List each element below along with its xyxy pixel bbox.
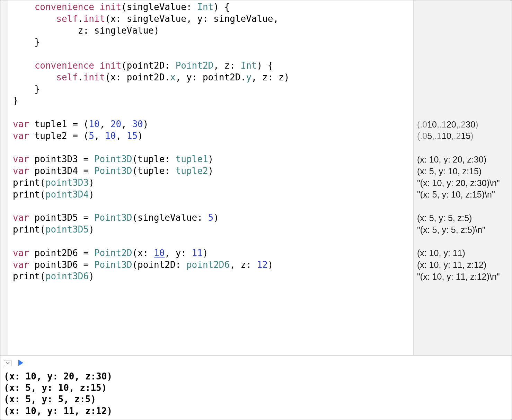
code-line[interactable] bbox=[13, 48, 411, 60]
gutter bbox=[0, 0, 8, 355]
result-line[interactable] bbox=[417, 142, 510, 154]
console-menu-icon[interactable] bbox=[4, 360, 11, 366]
result-line[interactable]: "(x: 10, y: 11, z:12)\n" bbox=[417, 271, 510, 282]
code-line[interactable]: convenience init(point2D: Point2D, z: In… bbox=[13, 60, 411, 72]
code-line[interactable] bbox=[13, 107, 411, 119]
code-line[interactable]: var point3D5 = Point3D(singleValue: 5) bbox=[13, 212, 411, 224]
result-line[interactable] bbox=[417, 236, 510, 247]
svg-marker-0 bbox=[18, 360, 23, 366]
result-line[interactable] bbox=[417, 1, 510, 13]
result-line[interactable]: (.0 10, .1 20, .2 30) bbox=[417, 119, 510, 130]
editor-area: convenience init(singleValue: Int) { sel… bbox=[0, 0, 512, 355]
result-line[interactable] bbox=[417, 201, 510, 212]
code-line[interactable]: self.init(x: point2D.x, y: point2D.y, z:… bbox=[13, 72, 411, 84]
code-line[interactable]: var tuple2 = (5, 10, 15) bbox=[13, 130, 411, 142]
result-line[interactable]: (x: 10, y: 20, z:30) bbox=[417, 154, 510, 165]
result-line[interactable] bbox=[417, 25, 510, 37]
result-line[interactable]: "(x: 10, y: 20, z:30)\n" bbox=[417, 177, 510, 189]
code-line[interactable]: self.init(x: singleValue, y: singleValue… bbox=[13, 13, 411, 25]
code-line[interactable]: var point3D6 = Point3D(point2D: point2D6… bbox=[13, 259, 411, 271]
result-line[interactable] bbox=[417, 48, 510, 60]
code-line[interactable] bbox=[13, 236, 411, 247]
code-line[interactable]: } bbox=[13, 84, 411, 95]
result-line[interactable]: (.0 5, .1 10, .2 15) bbox=[417, 130, 510, 142]
result-line[interactable] bbox=[417, 60, 510, 72]
result-line[interactable] bbox=[417, 36, 510, 48]
result-line[interactable]: (x: 5, y: 10, z:15) bbox=[417, 165, 510, 177]
code-line[interactable]: var point3D4 = Point3D(tuple: tuple2) bbox=[13, 165, 411, 177]
code-line[interactable]: print(point3D6) bbox=[13, 271, 411, 282]
code-line[interactable]: print(point3D4) bbox=[13, 189, 411, 201]
code-line[interactable] bbox=[13, 201, 411, 212]
console-line: (x: 5, y: 5, z:5) bbox=[4, 394, 508, 405]
code-line[interactable]: var point3D3 = Point3D(tuple: tuple1) bbox=[13, 154, 411, 165]
results-sidebar: (.0 10, .1 20, .2 30)(.0 5, .1 10, .2 15… bbox=[413, 0, 512, 355]
code-pane[interactable]: convenience init(singleValue: Int) { sel… bbox=[8, 0, 413, 355]
code-line[interactable]: var tuple1 = (10, 20, 30) bbox=[13, 119, 411, 130]
code-line[interactable]: } bbox=[13, 95, 411, 107]
console-toolbar bbox=[0, 356, 512, 371]
result-line[interactable]: (x: 5, y: 5, z:5) bbox=[417, 212, 510, 224]
code-line[interactable]: print(point3D5) bbox=[13, 224, 411, 236]
result-line[interactable] bbox=[417, 72, 510, 84]
console-line: (x: 10, y: 11, z:12) bbox=[4, 405, 508, 417]
code-line[interactable]: var point2D6 = Point2D(x: 10, y: 11) bbox=[13, 247, 411, 259]
result-line[interactable] bbox=[417, 95, 510, 107]
code-line[interactable] bbox=[13, 142, 411, 154]
console-line: (x: 10, y: 20, z:30) bbox=[4, 371, 508, 382]
result-line[interactable] bbox=[417, 84, 510, 95]
code-line[interactable]: z: singleValue) bbox=[13, 25, 411, 37]
code-line[interactable]: } bbox=[13, 36, 411, 48]
result-line[interactable] bbox=[417, 13, 510, 25]
result-line[interactable]: (x: 10, y: 11) bbox=[417, 247, 510, 259]
result-line[interactable]: "(x: 5, y: 10, z:15)\n" bbox=[417, 189, 510, 201]
result-line[interactable]: "(x: 5, y: 5, z:5)\n" bbox=[417, 224, 510, 236]
play-icon[interactable] bbox=[18, 358, 24, 368]
code-line[interactable]: convenience init(singleValue: Int) { bbox=[13, 1, 411, 13]
console-output: (x: 10, y: 20, z:30)(x: 5, y: 10, z:15)(… bbox=[0, 371, 512, 417]
console-line: (x: 5, y: 10, z:15) bbox=[4, 382, 508, 394]
result-line[interactable]: (x: 10, y: 11, z:12) bbox=[417, 259, 510, 271]
console-area: (x: 10, y: 20, z:30)(x: 5, y: 10, z:15)(… bbox=[0, 355, 512, 420]
result-line[interactable] bbox=[417, 107, 510, 119]
code-line[interactable]: print(point3D3) bbox=[13, 177, 411, 189]
